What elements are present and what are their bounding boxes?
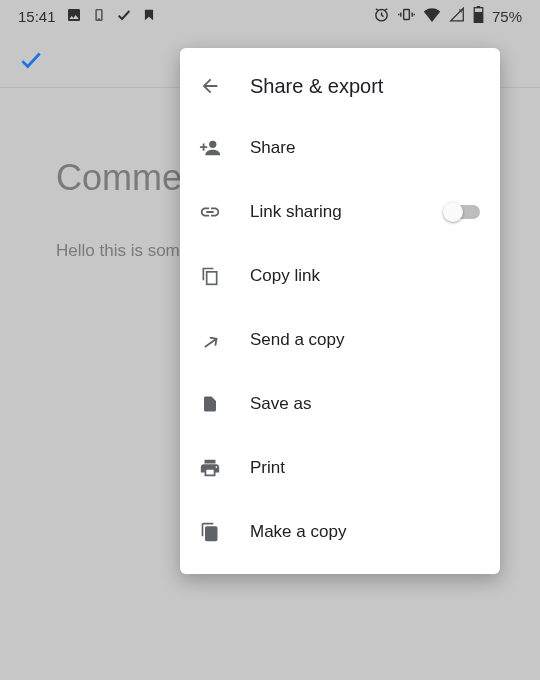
menu-item-label: Print [250, 458, 484, 478]
menu-item-label: Copy link [250, 266, 484, 286]
copy-icon [198, 264, 222, 288]
menu-item-print[interactable]: Print [180, 436, 500, 500]
menu-item-label: Send a copy [250, 330, 484, 350]
file-icon [198, 392, 222, 416]
svg-point-16 [209, 141, 216, 148]
menu-item-make-copy[interactable]: Make a copy [180, 500, 500, 564]
link-sharing-toggle[interactable] [446, 205, 480, 219]
person-add-icon [198, 136, 222, 160]
send-icon [198, 328, 222, 352]
panel-header: Share & export [180, 56, 500, 116]
menu-item-link-sharing[interactable]: Link sharing [180, 180, 500, 244]
menu-item-send-copy[interactable]: Send a copy [180, 308, 500, 372]
modal-overlay[interactable]: Share & export Share Link sharing Copy l… [0, 0, 540, 680]
menu-item-save-as[interactable]: Save as [180, 372, 500, 436]
menu-item-label: Share [250, 138, 484, 158]
menu-item-label: Save as [250, 394, 484, 414]
menu-item-copy-link[interactable]: Copy link [180, 244, 500, 308]
menu-item-label: Make a copy [250, 522, 484, 542]
menu-item-label: Link sharing [250, 202, 418, 222]
menu-item-share[interactable]: Share [180, 116, 500, 180]
link-icon [198, 200, 222, 224]
svg-rect-17 [207, 272, 217, 285]
share-export-panel: Share & export Share Link sharing Copy l… [180, 48, 500, 574]
panel-title: Share & export [250, 75, 383, 98]
file-copy-icon [198, 520, 222, 544]
back-arrow-icon[interactable] [198, 74, 222, 98]
print-icon [198, 456, 222, 480]
